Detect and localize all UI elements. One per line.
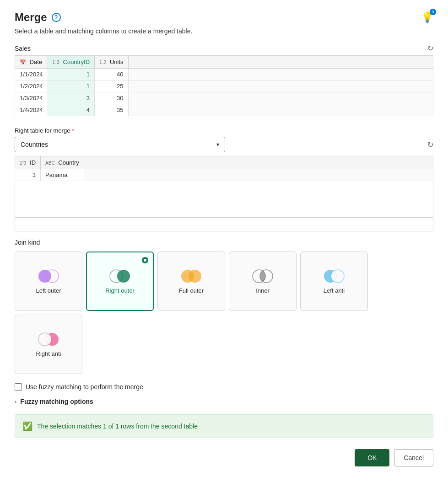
cancel-button[interactable]: Cancel — [394, 449, 433, 466]
refresh-countries-icon[interactable]: ↻ — [427, 140, 433, 149]
chevron-right-icon: › — [15, 398, 16, 405]
refresh-sales-icon[interactable]: ↻ — [427, 44, 433, 53]
required-star: * — [72, 127, 74, 134]
table-row: 3 Panama — [15, 169, 433, 181]
svg-point-3 — [117, 270, 130, 283]
join-kind-label: Join kind — [15, 239, 433, 246]
sales-col-countryid[interactable]: 1.2 CountryID — [48, 56, 94, 69]
fuzzy-checkbox-label: Use fuzzy matching to perform the merge — [26, 383, 143, 391]
fuzzy-checkbox-row[interactable]: Use fuzzy matching to perform the merge — [15, 383, 433, 391]
join-card-left-anti[interactable]: Left anti — [300, 252, 368, 311]
table-row: 1/4/2024 4 35 — [15, 104, 433, 116]
sales-col-date[interactable]: 📅 Date — [15, 56, 48, 69]
svg-point-0 — [38, 270, 51, 283]
join-card-right-anti-label: Right anti — [36, 350, 61, 357]
join-card-inner-label: Inner — [256, 287, 270, 294]
join-card-right-outer[interactable]: Right outer — [86, 252, 154, 311]
sales-col-empty — [128, 56, 433, 69]
right-table-label: Right table for merge — [15, 127, 70, 134]
countries-col-empty — [84, 156, 433, 169]
sales-col-units[interactable]: 1.2 Units — [95, 56, 129, 69]
join-card-left-outer[interactable]: Left outer — [15, 252, 82, 311]
selected-indicator — [142, 257, 148, 263]
sales-table: 📅 Date 1.2 CountryID 1.2 Units 1/1/2024 … — [15, 55, 433, 116]
join-card-right-outer-label: Right outer — [105, 287, 135, 294]
table-row: 1/3/2024 3 30 — [15, 92, 433, 104]
table-row-empty — [15, 181, 433, 218]
lightbulb-button[interactable]: 💡 0 — [421, 11, 433, 23]
svg-point-5 — [189, 270, 201, 283]
sales-label: Sales — [15, 45, 31, 52]
table-row: 1/1/2024 1 40 — [15, 69, 433, 80]
join-card-left-outer-label: Left outer — [36, 287, 61, 294]
fuzzy-checkbox[interactable] — [15, 383, 22, 391]
chevron-down-icon: ▾ — [216, 141, 219, 148]
join-card-right-anti[interactable]: Right anti — [15, 315, 82, 374]
help-icon[interactable]: ? — [52, 13, 61, 22]
ok-button[interactable]: OK — [355, 449, 389, 466]
countries-col-country[interactable]: ABC Country — [41, 156, 84, 169]
lightbulb-badge: 0 — [430, 9, 436, 15]
join-card-full-outer-label: Full outer — [179, 287, 204, 294]
join-card-left-anti-label: Left anti — [324, 287, 345, 294]
status-message: The selection matches 1 of 1 rows from t… — [37, 423, 198, 430]
join-card-full-outer[interactable]: Full outer — [157, 252, 225, 311]
fuzzy-section-label: Fuzzy matching options — [20, 398, 93, 405]
table-row: 1/2/2024 1 25 — [15, 80, 433, 92]
countries-col-id[interactable]: 1²3 ID — [15, 156, 41, 169]
check-icon: ✅ — [22, 421, 32, 431]
fuzzy-section-toggle[interactable]: › Fuzzy matching options — [15, 398, 433, 405]
footer-buttons: OK Cancel — [15, 449, 433, 466]
page-title: Merge — [15, 11, 47, 24]
join-options: Left outer Right outer Full outer Inner — [15, 252, 433, 374]
join-card-inner[interactable]: Inner — [229, 252, 297, 311]
subtitle: Select a table and matching columns to c… — [15, 27, 433, 35]
status-bar: ✅ The selection matches 1 of 1 rows from… — [15, 414, 433, 438]
countries-table: 1²3 ID ABC Country 3 Panama — [15, 156, 433, 218]
right-table-dropdown[interactable]: Countries ▾ — [15, 137, 225, 152]
